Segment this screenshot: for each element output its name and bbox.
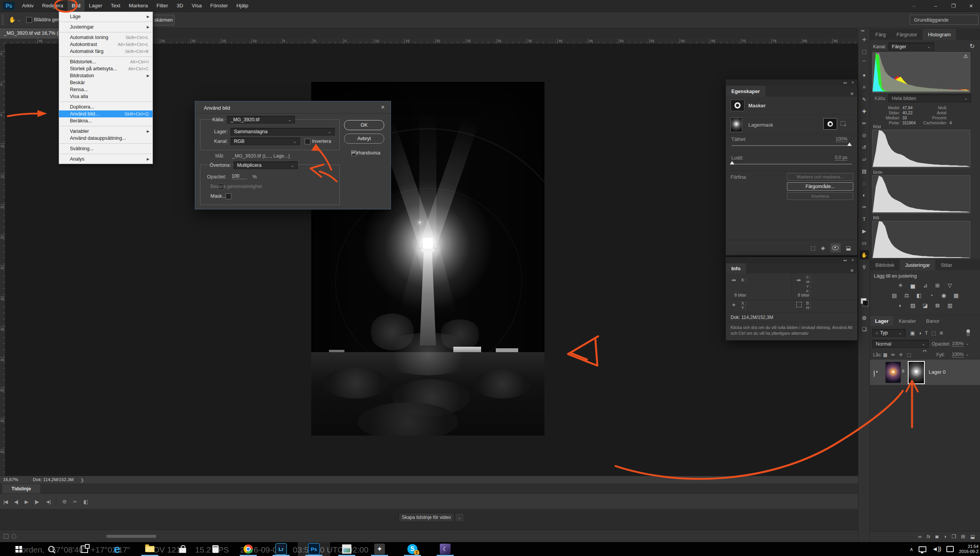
tool-lasso[interactable]: ⌒ <box>860 59 869 68</box>
link-layers-icon[interactable]: ∞ <box>918 534 922 539</box>
opacity-input[interactable]: 100 <box>232 173 247 179</box>
timeline-timeline-settings-button[interactable]: ⚙ <box>62 499 66 505</box>
select-layer-mask-button[interactable] <box>823 118 837 130</box>
taskbar-gallery[interactable]: ✦ <box>363 542 396 556</box>
network-icon[interactable] <box>919 546 926 552</box>
mask-link-icon[interactable]: 8 <box>902 369 904 373</box>
apply-mask-icon[interactable]: ◈ <box>821 245 825 251</box>
taskbar-skype[interactable]: S2 <box>396 542 429 556</box>
chevron-down-icon[interactable]: ⌄ <box>966 341 969 346</box>
tool-shape[interactable]: ▭ <box>860 238 869 247</box>
tab-egenskaper[interactable]: Egenskaper <box>726 86 765 97</box>
adjustment-posterize-icon[interactable]: ▨ <box>908 302 917 309</box>
timeline-previous-frame-button[interactable]: ◀| <box>14 499 17 505</box>
current-tool-selector[interactable]: ✋ ⌄ <box>6 14 23 25</box>
menubar-item-filter[interactable]: Filter <box>152 0 172 12</box>
new-layer-icon[interactable]: ⊞ <box>961 534 965 539</box>
adjustment-levels-icon[interactable]: ▅ <box>908 281 917 289</box>
tool-blur[interactable]: ◌ <box>860 178 869 188</box>
load-selection-icon[interactable]: ⬚ <box>810 245 816 251</box>
menu-item-autokontrast[interactable]: AutokontrastAlt+Skift+Ctrl+L <box>59 41 153 48</box>
tab-banor[interactable]: Banor <box>921 316 944 326</box>
adjustment-channel-mixer-icon[interactable]: ◉ <box>939 292 948 299</box>
filter-toggle-switch[interactable] <box>966 329 970 336</box>
layer-dropdown[interactable]: Sammanslagna⌄ <box>231 128 335 136</box>
minimize-button[interactable]: – <box>927 0 944 12</box>
clock[interactable]: 21:54 2016-09-2 <box>959 544 978 554</box>
tool-spot-healing[interactable]: ✚ <box>860 107 869 116</box>
layer-filter-search[interactable]: ⌕ Typ⌄ <box>872 329 905 337</box>
menubar-item-redigera[interactable]: Redigera <box>38 0 68 12</box>
tool-eraser[interactable]: ▱ <box>860 154 869 164</box>
adjustment-invert-icon[interactable]: ◐ <box>896 302 905 309</box>
taskbar-store[interactable] <box>166 542 199 556</box>
layer-effects-icon[interactable]: fx <box>927 534 930 539</box>
lock-pixels-icon[interactable]: ✏ <box>891 352 895 358</box>
timeline-mute-audio-button[interactable]: ◄) <box>45 499 50 505</box>
color-range-button[interactable]: Färgområde... <box>787 182 853 191</box>
timeline-play-button[interactable]: ▶ <box>25 499 28 505</box>
menu-item-svällning-[interactable]: Svällning... <box>59 145 153 152</box>
menu-item-visa-alla[interactable]: Visa alla <box>59 93 153 100</box>
delete-layer-icon[interactable]: ⬓ <box>970 534 975 539</box>
taskbar-stellarium[interactable]: ☾ <box>429 542 461 556</box>
collapse-tools-icon[interactable]: ◂◂ <box>861 29 864 32</box>
menu-item-variabler[interactable]: Variabler▶ <box>59 128 153 135</box>
bits-right[interactable]: 8 bitar <box>798 293 810 297</box>
add-layer-mask-icon[interactable]: ◙ <box>935 534 938 539</box>
notifications-icon[interactable] <box>946 546 954 552</box>
tool-hand[interactable]: ✋ <box>860 250 869 259</box>
tool-zoom[interactable]: ⚲ <box>860 262 869 271</box>
adjustment-color-lookup-icon[interactable]: ▦ <box>951 292 961 299</box>
menubar-item-bild[interactable]: Bild <box>68 0 85 12</box>
adjustment-threshold-icon[interactable]: ◪ <box>921 302 930 309</box>
create-timeline-button[interactable]: Skapa tidslinje för video <box>398 513 454 522</box>
taskbar-search[interactable] <box>35 542 68 556</box>
layer-visibility-eye-icon[interactable] <box>874 370 875 377</box>
adjustment-selective-color-icon[interactable]: ⊠ <box>933 302 942 309</box>
adjustment-black-white-icon[interactable]: ◧ <box>914 292 924 299</box>
dialog-close-icon[interactable]: ✕ <box>381 104 385 110</box>
lock-transparency-icon[interactable]: ▩ <box>883 352 887 358</box>
menu-item-bildstorlek-[interactable]: Bildstorlek...Alt+Ctrl+I <box>59 58 153 65</box>
menubar-item-text[interactable]: Text <box>107 0 125 12</box>
timeline-mini-icon[interactable] <box>12 534 16 539</box>
feather-value[interactable]: 0,0 px <box>835 155 848 161</box>
density-value[interactable]: 100% <box>836 136 848 142</box>
menubar-item-visa[interactable]: Visa <box>187 0 206 12</box>
zoom-level[interactable]: 16,67% <box>3 477 18 482</box>
menu-item-beskär[interactable]: Beskär <box>59 79 153 86</box>
menu-item-duplicera-[interactable]: Duplicera... <box>59 103 153 110</box>
menu-item-använd-datauppsättning-[interactable]: Använd datauppsättning... <box>59 135 153 142</box>
feather-slider[interactable] <box>731 164 852 164</box>
arrange-documents-icon[interactable]: ⇔ <box>911 3 917 9</box>
timeline-go-to-first-frame-button[interactable]: |◀ <box>3 499 7 505</box>
add-vector-mask-icon[interactable]: ⬚+ <box>840 120 848 127</box>
menubar-item-lager[interactable]: Lager <box>85 0 107 12</box>
blend-mode-dropdown[interactable]: Normal⌄ <box>872 340 929 348</box>
taskbar-task-view[interactable] <box>68 542 100 556</box>
invert-checkbox[interactable] <box>305 139 310 144</box>
blending-dropdown[interactable]: Multiplicera⌄ <box>234 161 298 169</box>
lock-position-icon[interactable]: ✛ <box>899 352 903 358</box>
menu-item-bildrotation[interactable]: Bildrotation▶ <box>59 72 153 79</box>
density-slider[interactable] <box>731 145 852 146</box>
background-color-swatch[interactable] <box>863 300 868 306</box>
menubar-item-fönster[interactable]: Fönster <box>206 0 232 12</box>
tab-justeringar[interactable]: Justeringar <box>900 259 935 270</box>
delete-mask-icon[interactable]: ⬓ <box>846 245 851 251</box>
create-timeline-chevron[interactable]: ⌄ <box>455 513 464 522</box>
tray-chevron-icon[interactable]: ∧ <box>910 546 914 552</box>
tool-brush[interactable]: ✏ <box>860 119 869 128</box>
filter-smart-objects-icon[interactable]: ⧈ <box>939 330 943 336</box>
tool-crop[interactable]: ⌗ <box>860 83 869 92</box>
timeline-split-at-playhead-button[interactable]: ✂ <box>73 499 76 505</box>
mask-checkbox[interactable] <box>226 193 231 199</box>
adjustment-curves-icon[interactable]: ⊿ <box>921 281 930 289</box>
vertical-ruler[interactable]: 5051015202530354045505560 <box>0 44 5 476</box>
channel-dropdown[interactable]: RGB⌄ <box>231 137 300 145</box>
ok-button[interactable]: OK <box>344 120 384 130</box>
histogram-channel-dropdown[interactable]: Färger⌄ <box>888 42 934 51</box>
tool-dodge[interactable]: ◐ <box>860 190 869 200</box>
disable-mask-button[interactable] <box>831 243 841 253</box>
